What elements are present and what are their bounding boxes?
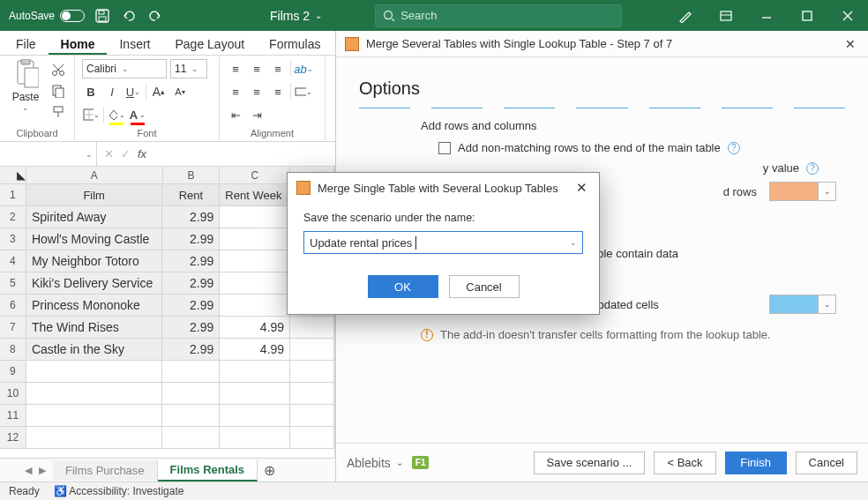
cell[interactable] <box>26 383 163 405</box>
shrink-font-icon[interactable]: A▾ <box>171 83 189 101</box>
select-all-corner[interactable]: ◣ <box>0 167 26 184</box>
row-header[interactable]: 6 <box>0 295 26 317</box>
row-header[interactable]: 12 <box>0 427 26 449</box>
name-box[interactable]: ⌄ <box>0 142 97 166</box>
cell[interactable]: My Neighbor Totoro <box>26 250 163 272</box>
scenario-name-input[interactable]: Update rental prices ⌄ <box>303 231 583 254</box>
col-header-c[interactable]: C <box>220 167 290 184</box>
row-header[interactable]: 10 <box>0 383 26 405</box>
color-picker-rows[interactable]: ⌄ <box>769 182 836 201</box>
cell[interactable] <box>220 361 290 383</box>
finish-button[interactable]: Finish <box>725 451 787 474</box>
maximize-icon[interactable] <box>787 0 827 31</box>
row-header[interactable]: 9 <box>0 361 26 383</box>
cell[interactable]: 2.99 <box>162 206 220 228</box>
cell[interactable]: 2.99 <box>162 317 220 339</box>
align-center-icon[interactable]: ≡ <box>248 83 266 101</box>
cell[interactable] <box>220 295 290 317</box>
cell[interactable] <box>162 361 220 383</box>
borders-icon[interactable]: ⌄ <box>82 106 100 123</box>
document-name[interactable]: Films 2⌄ <box>270 9 322 23</box>
grow-font-icon[interactable]: A▴ <box>150 83 168 101</box>
cell[interactable] <box>220 228 290 250</box>
align-top-icon[interactable]: ≡ <box>227 60 244 78</box>
cell[interactable] <box>26 427 163 449</box>
dialog-cancel-button[interactable]: Cancel <box>449 275 520 298</box>
sheet-tab-rentals[interactable]: Films Rentals <box>158 459 258 481</box>
cancel-button[interactable]: Cancel <box>796 451 857 474</box>
checkbox-nonmatch[interactable] <box>438 142 451 154</box>
cell[interactable]: Castle in the Sky <box>26 339 163 361</box>
bold-button[interactable]: B <box>82 83 100 101</box>
font-size-combo[interactable]: 11⌄ <box>170 59 207 78</box>
row-header[interactable]: 8 <box>0 339 26 361</box>
autosave-toggle[interactable]: AutoSave <box>9 10 85 22</box>
underline-button[interactable]: U⌄ <box>124 83 142 101</box>
cell[interactable]: Kiki's Delivery Service <box>26 272 163 295</box>
row-header[interactable]: 7 <box>0 317 26 339</box>
help-icon[interactable]: ? <box>806 162 819 175</box>
cell[interactable]: 2.99 <box>162 250 220 272</box>
orientation-icon[interactable]: ab⌄ <box>295 60 312 78</box>
cell[interactable]: Rent Week <box>220 184 290 206</box>
col-header-b[interactable]: B <box>163 167 221 184</box>
cell[interactable] <box>220 250 290 272</box>
cell[interactable]: 2.99 <box>162 339 220 361</box>
cell[interactable] <box>220 427 290 449</box>
inc-indent-icon[interactable]: ⇥ <box>248 106 266 123</box>
cell[interactable]: 4.99 <box>220 339 290 361</box>
cell[interactable]: Rent <box>162 184 220 206</box>
align-bot-icon[interactable]: ≡ <box>269 60 287 78</box>
ablebits-brand[interactable]: Ablebits⌄ <box>347 456 403 470</box>
paste-button[interactable]: Paste ⌄ <box>7 59 44 112</box>
cell[interactable]: 2.99 <box>162 272 220 295</box>
undo-icon[interactable] <box>120 7 138 25</box>
cell[interactable] <box>290 339 334 361</box>
save-scenario-button[interactable]: Save scenario ... <box>534 451 646 474</box>
cell[interactable]: Howl's Moving Castle <box>26 228 163 250</box>
align-mid-icon[interactable]: ≡ <box>248 60 266 78</box>
minimize-icon[interactable] <box>746 0 787 31</box>
cell[interactable] <box>220 405 290 427</box>
fx-icon[interactable]: fx <box>138 147 146 160</box>
cut-icon[interactable] <box>49 61 67 78</box>
dialog-close-icon[interactable]: ✕ <box>572 180 590 196</box>
cell[interactable] <box>290 427 334 449</box>
cell[interactable]: 4.99 <box>220 317 290 339</box>
dec-indent-icon[interactable]: ⇤ <box>227 106 244 123</box>
cell[interactable] <box>220 383 290 405</box>
enter-fx-icon[interactable]: ✓ <box>121 147 131 160</box>
fill-color-icon[interactable]: ⌄ <box>108 106 125 123</box>
cell[interactable] <box>290 361 334 383</box>
dialog-ok-button[interactable]: OK <box>368 275 438 298</box>
row-header[interactable]: 3 <box>0 228 26 250</box>
cell[interactable] <box>290 383 334 405</box>
search-input[interactable]: Search <box>375 4 622 27</box>
help-icon[interactable]: ? <box>728 142 740 154</box>
format-painter-icon[interactable] <box>49 103 67 121</box>
cell[interactable]: The Wind Rises <box>26 317 163 339</box>
cell[interactable]: Film <box>26 184 163 206</box>
align-right-icon[interactable]: ≡ <box>269 83 287 101</box>
pen-icon[interactable] <box>665 0 706 31</box>
cell[interactable]: Princess Mononoke <box>26 295 163 317</box>
f1-help-button[interactable]: F1 <box>412 456 430 469</box>
cell[interactable] <box>162 405 220 427</box>
italic-button[interactable]: I <box>103 83 121 101</box>
row-header[interactable]: 1 <box>0 184 26 206</box>
panel-close-icon[interactable]: ✕ <box>842 35 859 53</box>
cell[interactable] <box>162 383 220 405</box>
align-left-icon[interactable]: ≡ <box>227 83 244 101</box>
cell[interactable] <box>26 361 163 383</box>
redo-icon[interactable] <box>146 7 164 25</box>
accessibility-status[interactable]: ♿ Accessibility: Investigate <box>54 485 184 497</box>
font-name-combo[interactable]: Calibri⌄ <box>82 59 167 78</box>
cell[interactable]: Spirited Away <box>26 206 163 228</box>
tab-formulas[interactable]: Formulas <box>257 33 333 55</box>
row-header[interactable]: 5 <box>0 272 26 295</box>
font-color-icon[interactable]: A⌄ <box>129 106 146 123</box>
cell[interactable] <box>26 405 163 427</box>
cell[interactable]: 2.99 <box>162 295 220 317</box>
copy-icon[interactable] <box>49 82 67 100</box>
sheet-prev-icon[interactable]: ◀ <box>25 465 32 476</box>
